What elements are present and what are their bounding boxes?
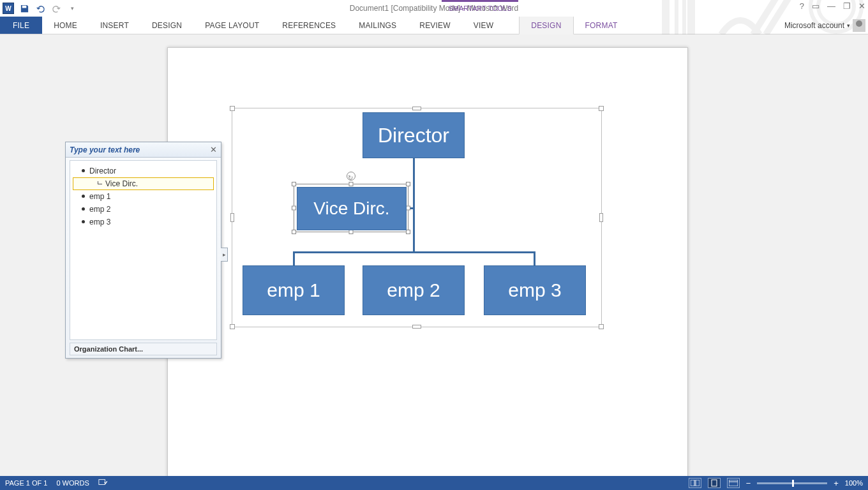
ribbon-display-options-button[interactable]: ▭	[812, 1, 819, 11]
redo-button[interactable]	[50, 3, 62, 14]
title-bar: W ▾ Document1 [Compatibility Mode] - Mic…	[0, 0, 868, 17]
window-controls: ? ▭ — ❐ ✕	[800, 1, 865, 11]
smartart-object-frame[interactable]: Director emp 1 emp 2 emp 3 Vice Dirc.	[232, 108, 602, 327]
text-pane-item[interactable]: emp 3	[73, 216, 214, 228]
svg-rect-9	[729, 480, 738, 486]
close-button[interactable]: ✕	[858, 1, 865, 11]
minimize-button[interactable]: —	[827, 1, 835, 11]
node-emp2[interactable]: emp 2	[363, 265, 465, 315]
tab-page-layout[interactable]: PAGE LAYOUT	[193, 17, 271, 34]
zoom-slider[interactable]	[757, 482, 827, 484]
node-vice-director[interactable]: Vice Dirc.	[297, 187, 407, 230]
tab-review[interactable]: REVIEW	[408, 17, 462, 34]
account-dropdown-icon: ▾	[847, 22, 850, 29]
text-pane-item[interactable]: emp 1	[73, 190, 214, 203]
tab-file[interactable]: FILE	[0, 17, 42, 34]
tab-insert[interactable]: INSERT	[89, 17, 140, 34]
account-area[interactable]: Microsoft account ▾	[784, 18, 865, 33]
rotate-handle[interactable]	[347, 172, 355, 181]
text-pane-item[interactable]: Director	[73, 165, 214, 177]
avatar	[853, 19, 865, 32]
view-read-mode-button[interactable]	[689, 478, 701, 488]
status-spellcheck-icon[interactable]	[98, 478, 107, 488]
tab-home[interactable]: HOME	[42, 17, 89, 34]
word-app-icon[interactable]: W	[3, 3, 14, 14]
text-pane-title: Type your text here	[70, 145, 140, 154]
text-pane-item-label: emp 3	[89, 218, 110, 226]
window-title: Document1 [Compatibility Mode] - Microso…	[0, 4, 868, 13]
quick-access-toolbar: W ▾	[0, 3, 78, 14]
tab-smartart-design[interactable]: DESIGN	[519, 17, 573, 34]
text-pane-item-label: emp 2	[89, 205, 110, 214]
svg-rect-5	[99, 480, 105, 485]
text-pane-item-label: Director	[89, 167, 116, 175]
document-page[interactable]: Director emp 1 emp 2 emp 3 Vice Dirc.	[167, 47, 688, 476]
help-button[interactable]: ?	[800, 1, 804, 11]
restore-button[interactable]: ❐	[843, 1, 851, 11]
tab-view[interactable]: VIEW	[462, 17, 505, 34]
ribbon-tabs: FILE HOME INSERT DESIGN PAGE LAYOUT REFE…	[0, 17, 868, 34]
tab-design[interactable]: DESIGN	[140, 17, 193, 34]
text-pane-item[interactable]: Vice Dirc.	[73, 177, 214, 190]
zoom-out-button[interactable]: −	[746, 479, 751, 488]
qat-customize-button[interactable]: ▾	[66, 3, 78, 14]
text-pane-item[interactable]: emp 2	[73, 203, 214, 216]
text-pane-layout-button[interactable]: Organization Chart...	[70, 343, 217, 355]
svg-rect-7	[696, 480, 700, 486]
tab-smartart-format[interactable]: FORMAT	[574, 17, 629, 34]
tab-mailings[interactable]: MAILINGS	[347, 17, 408, 34]
text-pane-item-label: Vice Dirc.	[105, 179, 138, 188]
svg-rect-8	[712, 480, 717, 486]
text-pane-body[interactable]: Director Vice Dirc. emp 1 emp 2 emp 3	[70, 160, 217, 340]
view-print-layout-button[interactable]	[708, 478, 721, 488]
document-area[interactable]: Director emp 1 emp 2 emp 3 Vice Dirc. Ty…	[0, 34, 868, 476]
text-pane-item-label: emp 1	[89, 192, 110, 201]
status-bar: PAGE 1 OF 1 0 WORDS − + 100%	[0, 476, 868, 490]
smartart-text-pane[interactable]: Type your text here ✕ Director Vice Dirc…	[65, 142, 221, 359]
account-label: Microsoft account	[784, 21, 844, 30]
contextual-tab-group-label: SMARTART TOOLS	[442, 0, 518, 17]
node-emp1[interactable]: emp 1	[243, 265, 345, 315]
status-word-count[interactable]: 0 WORDS	[56, 479, 89, 487]
node-director[interactable]: Director	[363, 112, 465, 158]
text-pane-collapse-button[interactable]: ▸	[221, 248, 228, 262]
tab-references[interactable]: REFERENCES	[271, 17, 347, 34]
view-web-layout-button[interactable]	[727, 478, 740, 488]
undo-button[interactable]	[34, 3, 46, 14]
text-pane-header: Type your text here ✕	[66, 142, 221, 158]
node-emp3[interactable]: emp 3	[484, 265, 586, 315]
svg-rect-6	[691, 480, 694, 486]
save-button[interactable]	[19, 3, 30, 14]
zoom-level[interactable]: 100%	[845, 479, 863, 487]
selected-node-wrapper[interactable]: Vice Dirc.	[294, 184, 408, 232]
status-page[interactable]: PAGE 1 OF 1	[5, 479, 47, 487]
text-pane-close-button[interactable]: ✕	[210, 145, 217, 154]
zoom-in-button[interactable]: +	[834, 479, 839, 488]
